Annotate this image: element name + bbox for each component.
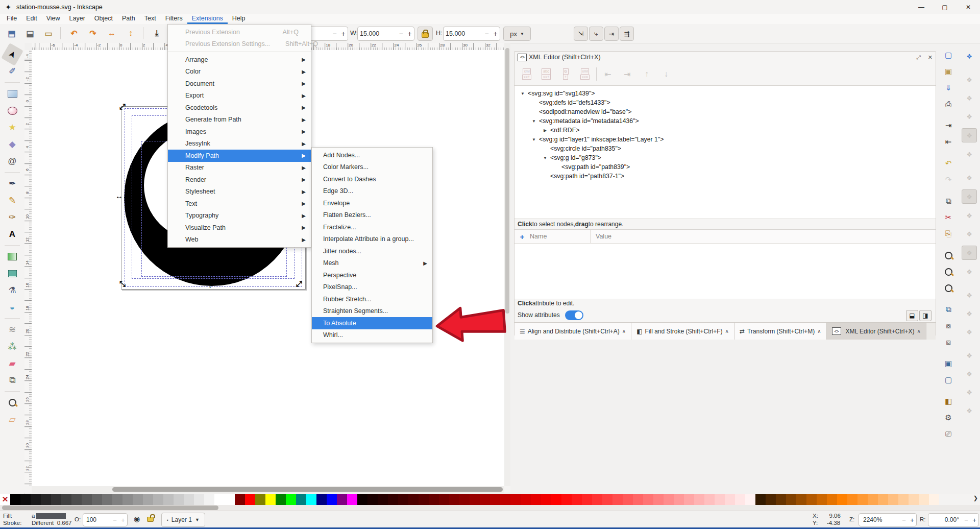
color-swatch[interactable] bbox=[684, 494, 694, 505]
tweak-tool[interactable]: ≋ bbox=[4, 322, 21, 338]
color-swatch[interactable] bbox=[204, 494, 214, 505]
menu-item-generate-from-path[interactable]: Generate from Path▶ bbox=[168, 114, 311, 126]
canvas-horizontal-scrollbar[interactable] bbox=[32, 486, 504, 493]
color-swatch[interactable] bbox=[725, 494, 735, 505]
new-element-node-icon[interactable]: xml<>+ bbox=[519, 66, 535, 82]
color-swatch[interactable] bbox=[470, 494, 480, 505]
move-gradients-toggle[interactable]: ⇥ bbox=[604, 27, 619, 41]
menu-item-render[interactable]: Render▶ bbox=[168, 174, 311, 186]
color-swatch[interactable] bbox=[735, 494, 745, 505]
color-swatch[interactable] bbox=[674, 494, 684, 505]
width-spinner[interactable]: 15.000 − + bbox=[357, 27, 414, 41]
layer-lock-icon[interactable] bbox=[147, 516, 154, 522]
scale-handle-w[interactable]: ↔ bbox=[115, 192, 123, 200]
color-swatch[interactable] bbox=[194, 494, 204, 505]
color-swatch[interactable] bbox=[225, 494, 235, 505]
color-swatch[interactable] bbox=[163, 494, 174, 505]
color-swatch[interactable] bbox=[419, 494, 429, 505]
color-swatch[interactable] bbox=[786, 494, 796, 505]
scrollbar-thumb[interactable] bbox=[505, 48, 509, 314]
increment-icon[interactable]: + bbox=[119, 516, 127, 524]
maximize-button[interactable]: ▢ bbox=[933, 0, 957, 14]
zoom-page-icon[interactable] bbox=[941, 281, 956, 295]
color-swatch[interactable] bbox=[715, 494, 725, 505]
color-swatch[interactable] bbox=[531, 494, 541, 505]
deselect-icon[interactable]: ▭ bbox=[41, 26, 56, 41]
fill-swatch[interactable] bbox=[36, 513, 66, 519]
dialog-tab-fill-and-stroke[interactable]: ◧Fill and Stroke (Shift+Ctrl+F)∧ bbox=[631, 323, 734, 340]
submenu-item-pixelsnap-[interactable]: PixelSnap... bbox=[312, 281, 432, 294]
decrement-icon[interactable]: − bbox=[330, 30, 339, 38]
zoom-spinner[interactable]: 2240% − + bbox=[859, 513, 917, 526]
menu-item-typography[interactable]: Typography▶ bbox=[168, 210, 311, 222]
color-swatch[interactable] bbox=[429, 494, 439, 505]
opacity-value[interactable]: 100 bbox=[83, 516, 111, 523]
horizontal-layout-icon[interactable]: ⬓ bbox=[906, 310, 918, 321]
color-swatch[interactable] bbox=[837, 494, 847, 505]
color-swatch[interactable] bbox=[398, 494, 408, 505]
color-swatch[interactable] bbox=[602, 494, 612, 505]
copy-icon[interactable]: ⧉ bbox=[941, 194, 956, 208]
color-swatch[interactable] bbox=[245, 494, 255, 505]
color-swatch[interactable] bbox=[653, 494, 664, 505]
snap-nodes-icon[interactable]: ❖ bbox=[962, 171, 976, 184]
preferences-icon[interactable]: ⚙ bbox=[941, 411, 956, 425]
color-swatch[interactable] bbox=[776, 494, 786, 505]
import-icon[interactable]: ⇥ bbox=[941, 118, 956, 133]
menu-item-gcodetools[interactable]: Gcodetools▶ bbox=[168, 102, 311, 114]
color-swatch[interactable] bbox=[490, 494, 500, 505]
scrollbar-thumb[interactable] bbox=[2, 506, 218, 510]
dropper-tool[interactable]: ⚗ bbox=[4, 282, 21, 298]
snap-guides-icon[interactable]: ❖ bbox=[962, 386, 976, 399]
color-swatch[interactable] bbox=[184, 494, 194, 505]
menubar-item-file[interactable]: File bbox=[2, 14, 21, 24]
color-swatch[interactable] bbox=[878, 494, 888, 505]
new-text-node-icon[interactable]: abc<>+ bbox=[538, 66, 554, 82]
undo-icon[interactable]: ↶ bbox=[941, 156, 956, 171]
submenu-item-whirl-[interactable]: Whirl... bbox=[312, 329, 432, 342]
duplicate-icon[interactable]: ⧉ bbox=[941, 302, 956, 317]
xml-tree-row[interactable]: ▼<svg:g id="layer1" inkscape:label="Laye… bbox=[514, 135, 936, 144]
color-swatch[interactable] bbox=[41, 494, 51, 505]
submenu-item-jitter-nodes-[interactable]: Jitter nodes... bbox=[312, 245, 432, 257]
rectangle-tool[interactable] bbox=[4, 86, 21, 102]
color-swatch[interactable] bbox=[51, 494, 61, 505]
xml-tree[interactable]: ▼<svg:svg id="svg1439"><svg:defs id="def… bbox=[514, 85, 936, 219]
text-tool[interactable]: A bbox=[4, 226, 21, 242]
color-swatch[interactable] bbox=[61, 494, 71, 505]
palette-scrollbar[interactable] bbox=[0, 505, 980, 511]
ungroup-icon[interactable]: ▢ bbox=[941, 373, 956, 387]
menu-item-text[interactable]: Text▶ bbox=[168, 198, 311, 210]
create-clone-icon[interactable]: ⧇ bbox=[941, 319, 956, 333]
pencil-tool[interactable]: ✎ bbox=[4, 193, 21, 208]
snap-bbox-edges-icon[interactable]: ❖ bbox=[962, 91, 976, 105]
snap-text-baselines-icon[interactable]: ❖ bbox=[962, 325, 976, 339]
increment-icon[interactable]: + bbox=[908, 516, 916, 524]
submenu-item-perspective[interactable]: Perspective bbox=[312, 269, 432, 281]
scale-handle-sw[interactable]: ⤡ bbox=[119, 280, 126, 287]
height-value[interactable]: 15.000 bbox=[444, 30, 482, 37]
color-swatch[interactable] bbox=[827, 494, 837, 505]
decrement-icon[interactable]: − bbox=[962, 516, 970, 524]
xml-tree-row[interactable]: <svg:path id="path839"> bbox=[514, 162, 936, 172]
color-swatch[interactable] bbox=[633, 494, 643, 505]
rotation-spinner[interactable]: 0.00° − + bbox=[928, 513, 979, 526]
color-swatch[interactable] bbox=[112, 494, 122, 505]
show-attributes-toggle[interactable] bbox=[565, 310, 583, 320]
menu-item-document[interactable]: Document▶ bbox=[168, 78, 311, 90]
layer-visibility-icon[interactable]: ◉ bbox=[134, 515, 140, 523]
color-swatch[interactable] bbox=[612, 494, 623, 505]
menu-item-images[interactable]: Images▶ bbox=[168, 126, 311, 138]
menubar-item-help[interactable]: Help bbox=[228, 14, 250, 24]
rotate-ccw-icon[interactable]: ↶ bbox=[66, 26, 82, 41]
snap-cusp-nodes-icon[interactable]: ❖ bbox=[962, 227, 976, 241]
color-swatch[interactable] bbox=[847, 494, 857, 505]
color-swatch[interactable] bbox=[388, 494, 398, 505]
units-dropdown[interactable]: px ▼ bbox=[503, 27, 531, 41]
snap-path-intersections-icon[interactable]: ❖ bbox=[962, 209, 976, 222]
snap-smooth-nodes-icon[interactable]: ❖ bbox=[962, 246, 977, 260]
scrollbar-thumb[interactable] bbox=[112, 487, 503, 492]
menu-item-arrange[interactable]: Arrange▶ bbox=[168, 54, 311, 66]
move-patterns-toggle[interactable]: ⇶ bbox=[620, 27, 634, 41]
color-swatch[interactable] bbox=[766, 494, 776, 505]
